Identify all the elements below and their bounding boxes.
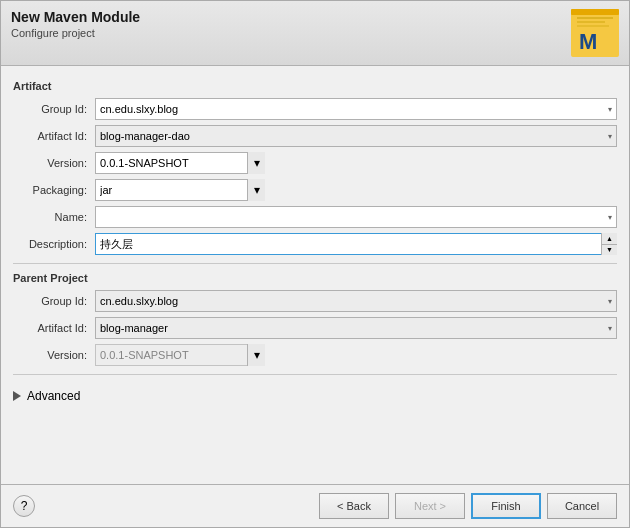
- artifact-id-field: blog-manager-dao ▾: [95, 125, 617, 147]
- parent-group-id-dropdown-icon: ▾: [608, 297, 612, 306]
- parent-version-select-wrapper: 0.0.1-SNAPSHOT ▾: [95, 344, 265, 366]
- version-row: Version: 0.0.1-SNAPSHOT ▾: [13, 152, 617, 174]
- parent-version-row: Version: 0.0.1-SNAPSHOT ▾: [13, 344, 617, 366]
- artifact-id-label: Artifact Id:: [13, 130, 95, 142]
- svg-rect-2: [577, 17, 613, 19]
- description-spinner: ▲ ▼: [601, 233, 617, 255]
- artifact-section-label: Artifact: [13, 80, 617, 92]
- description-spinner-down[interactable]: ▼: [602, 245, 617, 256]
- parent-artifact-id-label: Artifact Id:: [13, 322, 95, 334]
- name-dropdown-icon: ▾: [608, 213, 612, 222]
- finish-button[interactable]: Finish: [471, 493, 541, 519]
- dialog-title: New Maven Module: [11, 9, 140, 25]
- cancel-button[interactable]: Cancel: [547, 493, 617, 519]
- packaging-label: Packaging:: [13, 184, 95, 196]
- parent-version-select: 0.0.1-SNAPSHOT: [95, 344, 265, 366]
- back-button[interactable]: < Back: [319, 493, 389, 519]
- dialog-footer: ? < Back Next > Finish Cancel: [1, 484, 629, 527]
- footer-left: ?: [13, 495, 35, 517]
- divider-1: [13, 263, 617, 264]
- version-select-wrapper[interactable]: 0.0.1-SNAPSHOT ▾: [95, 152, 265, 174]
- packaging-select[interactable]: jar war pom ear: [95, 179, 265, 201]
- description-wrapper: ▲ ▼: [95, 233, 617, 255]
- description-spinner-up[interactable]: ▲: [602, 233, 617, 245]
- parent-version-label: Version:: [13, 349, 95, 361]
- dialog-header: New Maven Module Configure project M: [1, 1, 629, 66]
- parent-artifact-id-field: blog-manager ▾: [95, 317, 617, 339]
- name-label: Name:: [13, 211, 95, 223]
- name-row: Name: ▾: [13, 206, 617, 228]
- svg-rect-4: [577, 25, 609, 27]
- group-id-dropdown-icon: ▾: [608, 105, 612, 114]
- artifact-id-dropdown-icon: ▾: [608, 132, 612, 141]
- parent-artifact-id-value: blog-manager: [100, 322, 168, 334]
- divider-2: [13, 374, 617, 375]
- footer-buttons: < Back Next > Finish Cancel: [319, 493, 617, 519]
- maven-icon: M: [571, 9, 619, 57]
- svg-text:M: M: [579, 29, 597, 54]
- help-button[interactable]: ?: [13, 495, 35, 517]
- svg-rect-3: [577, 21, 605, 23]
- parent-group-id-field: cn.edu.slxy.blog ▾: [95, 290, 617, 312]
- svg-rect-1: [571, 9, 619, 15]
- artifact-id-value: blog-manager-dao: [100, 130, 190, 142]
- packaging-row: Packaging: jar war pom ear ▾: [13, 179, 617, 201]
- parent-artifact-id-row: Artifact Id: blog-manager ▾: [13, 317, 617, 339]
- dialog-content: Artifact Group Id: cn.edu.slxy.blog ▾ Ar…: [1, 66, 629, 484]
- advanced-label: Advanced: [27, 389, 80, 403]
- group-id-label: Group Id:: [13, 103, 95, 115]
- advanced-row[interactable]: Advanced: [13, 383, 617, 409]
- artifact-id-row: Artifact Id: blog-manager-dao ▾: [13, 125, 617, 147]
- next-button[interactable]: Next >: [395, 493, 465, 519]
- packaging-select-wrapper[interactable]: jar war pom ear ▾: [95, 179, 265, 201]
- parent-group-id-row: Group Id: cn.edu.slxy.blog ▾: [13, 290, 617, 312]
- group-id-row: Group Id: cn.edu.slxy.blog ▾: [13, 98, 617, 120]
- description-row: Description: ▲ ▼: [13, 233, 617, 255]
- advanced-triangle-icon: [13, 391, 21, 401]
- description-input[interactable]: [95, 233, 617, 255]
- dialog-subtitle: Configure project: [11, 27, 140, 39]
- description-label: Description:: [13, 238, 95, 250]
- parent-artifact-id-dropdown-icon: ▾: [608, 324, 612, 333]
- version-select[interactable]: 0.0.1-SNAPSHOT: [95, 152, 265, 174]
- parent-group-id-value: cn.edu.slxy.blog: [100, 295, 178, 307]
- dialog: New Maven Module Configure project M Art…: [0, 0, 630, 528]
- header-text: New Maven Module Configure project: [11, 9, 140, 39]
- group-id-value: cn.edu.slxy.blog: [100, 103, 178, 115]
- parent-section-label: Parent Project: [13, 272, 617, 284]
- parent-group-id-label: Group Id:: [13, 295, 95, 307]
- version-label: Version:: [13, 157, 95, 169]
- group-id-field[interactable]: cn.edu.slxy.blog ▾: [95, 98, 617, 120]
- name-field[interactable]: ▾: [95, 206, 617, 228]
